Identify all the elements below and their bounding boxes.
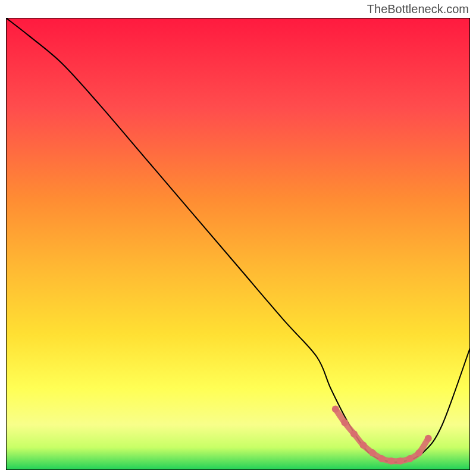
bottleneck-chart bbox=[6, 18, 470, 470]
optimal-zone-marker bbox=[397, 458, 404, 465]
chart-svg bbox=[6, 18, 470, 470]
attribution-text: TheBottleneck.com bbox=[367, 2, 469, 16]
optimal-zone-marker bbox=[406, 455, 414, 462]
optimal-zone-marker bbox=[350, 430, 358, 437]
optimal-zone-marker bbox=[387, 458, 394, 465]
gradient-background bbox=[6, 18, 470, 470]
optimal-zone-marker bbox=[332, 405, 339, 412]
optimal-zone-marker bbox=[360, 441, 367, 449]
optimal-zone-marker bbox=[341, 419, 348, 426]
optimal-zone-marker bbox=[369, 449, 376, 456]
optimal-zone-marker bbox=[425, 435, 432, 442]
optimal-zone-marker bbox=[415, 449, 422, 456]
optimal-zone-marker bbox=[378, 455, 386, 462]
